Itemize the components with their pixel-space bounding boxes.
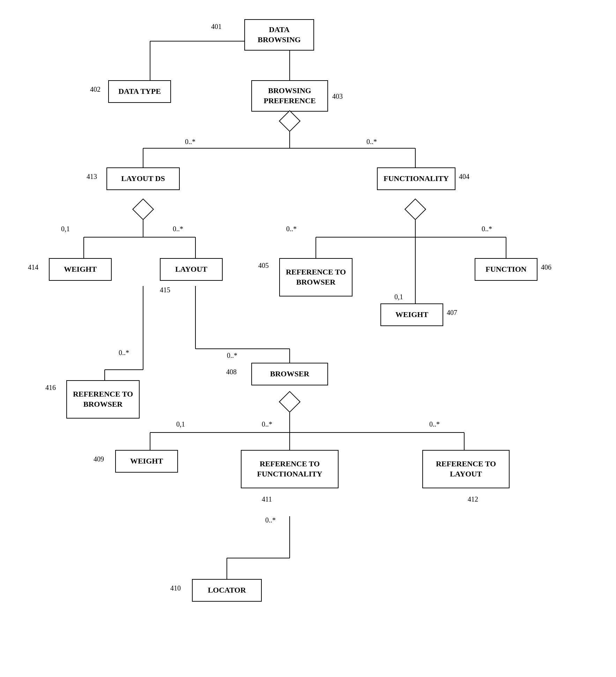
label-403: 403 — [332, 92, 343, 100]
card-browser-child3: 0..* — [429, 420, 440, 428]
card-browser-parent: 0..* — [227, 352, 237, 360]
label-406: 406 — [541, 263, 551, 271]
card-func-child2: 0..* — [482, 225, 492, 233]
card-func-child1: 0..* — [286, 225, 297, 233]
diagram: DATA BROWSING 401 DATA TYPE 402 BROWSING… — [0, 0, 616, 677]
card-browser-child1: 0,1 — [176, 420, 185, 428]
card-func-child3: 0,1 — [394, 293, 403, 301]
ref-browser-405-box: REFERENCE TO BROWSER — [279, 258, 352, 296]
card-bp-right: 0..* — [366, 138, 377, 146]
label-412: 412 — [468, 495, 478, 503]
data-type-box: DATA TYPE — [108, 80, 171, 103]
label-408: 408 — [226, 368, 237, 376]
functionality-box: FUNCTIONALITY — [377, 167, 455, 190]
layout-ds-diamond — [132, 198, 154, 220]
label-402: 402 — [90, 85, 101, 93]
ref-functionality-411-box: REFERENCE TO FUNCTIONALITY — [241, 450, 339, 488]
card-browser-child4: 0..* — [265, 516, 276, 524]
label-414: 414 — [28, 263, 38, 271]
label-413: 413 — [87, 173, 97, 181]
card-lds-child3: 0..* — [119, 349, 129, 357]
label-401: 401 — [211, 23, 222, 31]
label-409: 409 — [94, 455, 104, 463]
ref-browser-416-box: REFERENCE TO BROWSER — [66, 380, 140, 419]
weight-414-box: WEIGHT — [49, 258, 112, 281]
label-405: 405 — [258, 262, 269, 270]
locator-410-box: LOCATOR — [192, 579, 262, 602]
browser-diamond — [279, 391, 300, 413]
weight-409-box: WEIGHT — [115, 450, 178, 473]
browsing-preference-box: BROWSING PREFERENCE — [251, 80, 328, 112]
layout-415-box: LAYOUT — [160, 258, 223, 281]
card-lds-child1: 0,1 — [61, 225, 70, 233]
ref-layout-412-box: REFERENCE TO LAYOUT — [422, 450, 510, 488]
browser-408-box: BROWSER — [251, 363, 328, 385]
label-410: 410 — [170, 584, 181, 592]
browsing-pref-diamond — [279, 110, 300, 132]
card-bp-left: 0..* — [185, 138, 195, 146]
label-411: 411 — [262, 495, 272, 503]
card-lds-child2: 0..* — [173, 225, 183, 233]
label-404: 404 — [459, 173, 469, 181]
data-browsing-box: DATA BROWSING — [244, 19, 314, 51]
card-browser-child2: 0..* — [262, 420, 272, 428]
function-406-box: FUNCTION — [475, 258, 537, 281]
label-416: 416 — [45, 384, 56, 392]
weight-407-box: WEIGHT — [380, 303, 443, 326]
functionality-diamond — [405, 198, 426, 220]
layout-ds-box: LAYOUT DS — [106, 167, 180, 190]
label-415: 415 — [160, 286, 170, 294]
label-407: 407 — [447, 309, 457, 317]
